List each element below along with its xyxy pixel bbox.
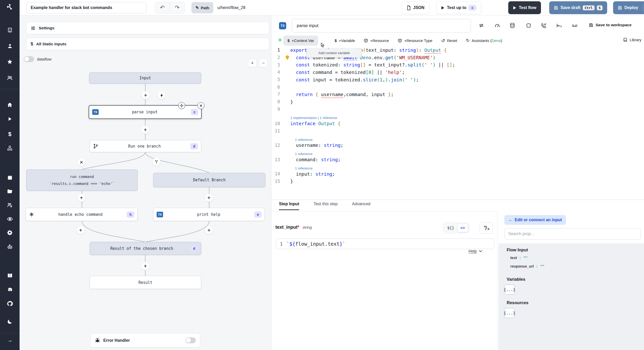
node-parse-input[interactable]: TS parse input c [89, 105, 202, 119]
edit-or-connect-button[interactable]: ← Edit or connect an input [504, 215, 566, 225]
variables-expand-button[interactable]: {...} [504, 285, 515, 295]
tab-test-this-step[interactable]: Test this step [313, 202, 337, 210]
expr-line-number: 1 [276, 241, 286, 246]
test-up-to-button[interactable]: Test up to c [436, 1, 481, 14]
deploy-button[interactable]: Deploy ▾ [613, 1, 644, 14]
tooltip: Add context variable [307, 48, 361, 57]
button-divider [643, 4, 643, 12]
node-result[interactable]: Result [90, 276, 201, 289]
typescript-icon: TS [279, 22, 286, 29]
node-default-branch[interactable]: Default Branch [153, 173, 265, 187]
step-tabs: Step Input Test this step Advanced [279, 202, 370, 210]
add-step-button[interactable]: + [142, 91, 150, 99]
voicemail-icon[interactable] [571, 23, 578, 28]
settings-gear-icon[interactable] [0, 230, 20, 235]
resources-expand-button[interactable]: {...} [504, 308, 515, 318]
add-step-button[interactable]: + [78, 194, 86, 202]
node-run-command-branch[interactable]: run command `results.c.command === 'echo… [26, 169, 138, 191]
code-mode-button[interactable]: <> [457, 224, 468, 232]
trigger-bolt-icon[interactable] [158, 91, 166, 99]
step-name-input[interactable]: parse input [292, 19, 471, 32]
groups-gear-icon[interactable] [0, 202, 20, 208]
cache-database-icon[interactable] [510, 23, 515, 28]
node-result-of-chosen-branch[interactable]: Result of the chosen branch d [90, 242, 201, 255]
audit-eye-icon[interactable] [0, 216, 20, 222]
arrow-left-icon: ← [509, 218, 513, 222]
assistants-button[interactable]: ↻ Assistants (Deno) [466, 38, 502, 43]
node-handle-echo-command[interactable]: handle echo command h [26, 208, 138, 221]
save-icon [618, 6, 622, 10]
test-flow-button[interactable]: Test flow [508, 1, 541, 14]
home-icon[interactable] [0, 102, 20, 108]
error-handler-toggle[interactable] [185, 337, 196, 343]
dark-mode-moon-icon[interactable] [0, 319, 20, 325]
workers-robot-icon[interactable] [0, 244, 20, 250]
add-step-button[interactable]: + [205, 194, 213, 202]
add-step-button[interactable]: + [205, 226, 213, 234]
workspace-icon[interactable] [0, 27, 20, 33]
expand-sidebar-arrow-icon[interactable]: → [0, 337, 20, 344]
flow-title-input[interactable]: Example handler for slack bot commands [26, 2, 146, 13]
add-step-button[interactable]: + [141, 126, 149, 134]
resources-cubes-icon[interactable] [0, 146, 20, 151]
reset-button[interactable]: ↺ Reset [441, 38, 457, 44]
delete-node-icon[interactable]: ✕ [198, 102, 205, 109]
prop-text[interactable]: text:"" [510, 256, 528, 260]
users-icon[interactable] [0, 75, 20, 81]
error-handler-label: Error Handler [103, 338, 130, 343]
help-link[interactable]: Help [469, 249, 482, 253]
tab-advanced[interactable]: Advanced [352, 202, 370, 210]
concurrency-square-icon[interactable] [526, 23, 531, 28]
save-draft-button[interactable]: Save draft Ctrl S [549, 1, 607, 14]
move-node-icon[interactable] [178, 102, 185, 109]
phone-incoming-icon[interactable] [541, 23, 547, 28]
save-to-workspace-button[interactable]: Save to workspace [589, 23, 632, 27]
path-group: ✎ Path u/henri/flow_28 [191, 2, 250, 13]
folders-icon[interactable] [0, 189, 20, 194]
add-resource-type-button[interactable]: +Resource Type [398, 38, 432, 43]
add-resource-button[interactable]: +Resource [364, 38, 389, 43]
add-context-var-button[interactable]: $ +Context Var [283, 36, 318, 46]
path-button[interactable]: ✎ Path [191, 2, 213, 13]
schedules-calendar-icon[interactable] [0, 175, 20, 180]
retries-repeat-icon[interactable] [478, 23, 484, 28]
json-button[interactable]: JSON [402, 1, 429, 14]
remove-branch-icon[interactable]: ✕ [78, 158, 86, 166]
add-branch-icon[interactable] [152, 158, 160, 166]
typescript-icon: TS [92, 109, 99, 115]
library-button[interactable]: Library [623, 38, 641, 42]
panel-divider [271, 200, 644, 200]
undo-redo-group: ↶ ↷ [155, 2, 185, 13]
performance-gauge-icon[interactable] [494, 23, 500, 28]
tab-step-input[interactable]: Step Input [279, 202, 299, 210]
code-lines[interactable]: 1export async function main(text_input: … [271, 46, 644, 185]
redo-button[interactable]: ↷ [170, 2, 185, 13]
node-input[interactable]: Input [89, 72, 201, 84]
add-variable-button[interactable]: $ +Variable [335, 38, 355, 43]
docs-book-icon[interactable] [0, 273, 20, 279]
path-value[interactable]: u/henri/flow_28 [213, 2, 250, 13]
input-expression-editor[interactable]: 1 `${flow_input.text}` [276, 238, 494, 249]
variables-dollar-icon[interactable]: $ [0, 131, 20, 138]
resources-heading: Resources [507, 300, 528, 305]
github-icon[interactable] [0, 301, 20, 307]
pencil-icon: ✎ [196, 5, 199, 10]
node-id-badge: c [191, 109, 198, 115]
node-run-one-branch[interactable]: Run one branch d [90, 140, 201, 152]
connect-input-button[interactable] [480, 222, 493, 234]
prop-response-url[interactable]: response_url:"" [510, 264, 544, 268]
sleep-bed-icon[interactable] [556, 23, 562, 28]
search-prop-input[interactable] [504, 228, 641, 240]
template-mode-button[interactable]: ${} [444, 226, 457, 230]
add-step-button[interactable]: + [77, 226, 85, 234]
runs-play-icon[interactable] [0, 116, 20, 122]
refresh-icon: ↻ [466, 38, 470, 43]
add-step-button[interactable]: + [141, 262, 149, 270]
node-print-help[interactable]: TS print help e [153, 208, 265, 221]
star-icon[interactable] [0, 59, 20, 65]
rotate-ccw-icon: ↺ [441, 38, 445, 44]
user-icon[interactable] [0, 43, 20, 49]
discord-icon[interactable] [0, 287, 20, 293]
windmill-logo-icon[interactable] [0, 3, 20, 11]
undo-button[interactable]: ↶ [155, 2, 170, 13]
